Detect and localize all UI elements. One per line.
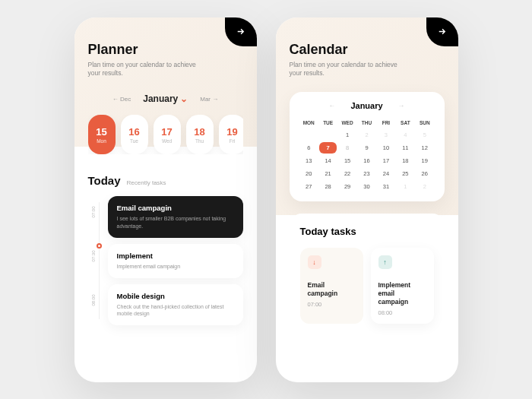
weekday-header: THU <box>358 118 375 128</box>
calendar-day[interactable]: 28 <box>319 181 337 192</box>
today-subheading: Recently tasks <box>127 179 166 186</box>
day-of-week: Thu <box>195 138 204 144</box>
weekday-header: SAT <box>397 118 414 128</box>
calendar-day[interactable]: 29 <box>338 181 356 192</box>
calendar-day[interactable]: 2 <box>416 181 433 192</box>
day-of-week: Wed <box>162 138 172 144</box>
task-title: Email campagin <box>308 281 356 298</box>
day-number: 15 <box>96 126 106 138</box>
calendar-day[interactable]: 23 <box>358 168 375 179</box>
time-label: 07:30 <box>91 246 96 266</box>
page-title: Planner <box>88 42 243 58</box>
calendar-day[interactable]: 10 <box>377 142 394 154</box>
calendar-day[interactable]: 8 <box>338 142 356 154</box>
day-of-week: Fri <box>230 138 236 144</box>
cal-month-label: January <box>350 101 382 110</box>
task-title: Mobile design <box>117 292 234 300</box>
calendar-day[interactable]: 2 <box>358 129 375 141</box>
calendar-day[interactable]: 12 <box>416 142 433 154</box>
calendar-day[interactable]: 7 <box>319 142 337 154</box>
calendar-day[interactable]: 15 <box>338 155 356 166</box>
chevron-down-icon: ⌄ <box>180 93 188 104</box>
calendar-day[interactable]: 18 <box>397 155 414 166</box>
planner-screen: Planner Plan time on your calendar to ac… <box>74 17 257 382</box>
calendar-day[interactable]: 25 <box>397 168 414 179</box>
today-tasks-panel: Today tasks ↓Email campagin07:00↑Impleme… <box>290 214 445 324</box>
day-chip[interactable]: 19Fri <box>219 115 243 154</box>
calendar-day[interactable]: 31 <box>377 181 394 192</box>
day-of-week: Tue <box>130 138 138 144</box>
page-title: Calendar <box>290 42 445 58</box>
calendar-day[interactable]: 5 <box>416 129 433 141</box>
page-subtitle: Plan time on your calendar to achieve yo… <box>88 61 210 79</box>
day-chip[interactable]: 17Wed <box>154 115 181 154</box>
calendar-day[interactable]: 13 <box>300 155 318 166</box>
day-number: 19 <box>226 126 237 138</box>
task-mini-card[interactable]: ↑Implement email campaign08:00 <box>371 248 434 324</box>
weekday-header: TUE <box>319 118 337 128</box>
cal-prev-button[interactable]: ← <box>328 102 335 109</box>
calendar-day[interactable]: 14 <box>319 155 337 166</box>
calendar-day[interactable]: 9 <box>358 142 375 154</box>
task-card[interactable]: Email campaginI see lots of smaller B2B … <box>108 196 243 238</box>
weekday-header: WED <box>338 118 356 128</box>
calendar-screen: Calendar Plan time on your calendar to a… <box>276 17 458 382</box>
time-label: 08:00 <box>91 290 96 310</box>
task-desc: I see lots of smaller B2B companies not … <box>117 215 234 230</box>
month-navigation: ← Dec January ⌄ Mar → <box>88 93 243 104</box>
day-number: 16 <box>128 126 139 138</box>
calendar-day[interactable]: 1 <box>397 181 414 192</box>
calendar-card: ← January → MONTUEWEDTHUFRISATSUN1234567… <box>290 92 445 201</box>
timeline: 07:00Email campaginI see lots of smaller… <box>88 196 243 325</box>
calendar-day[interactable]: 19 <box>416 155 433 166</box>
calendar-day[interactable] <box>300 129 318 141</box>
calendar-day[interactable]: 21 <box>319 168 337 179</box>
calendar-day[interactable]: 26 <box>416 168 433 179</box>
time-label: 07:00 <box>91 202 96 222</box>
page-subtitle: Plan time on your calendar to achieve yo… <box>290 61 411 79</box>
weekday-header: MON <box>300 118 318 128</box>
day-number: 17 <box>161 126 172 138</box>
current-month-dropdown[interactable]: January ⌄ <box>143 93 188 104</box>
calendar-day[interactable]: 24 <box>377 168 394 179</box>
arrow-up-icon: ↑ <box>378 255 392 269</box>
task-time: 08:00 <box>378 309 426 316</box>
prev-month-button[interactable]: ← Dec <box>112 96 131 103</box>
cal-next-button[interactable]: → <box>398 102 405 109</box>
task-title: Implement email campaign <box>378 281 426 306</box>
calendar-day[interactable]: 20 <box>300 168 318 179</box>
calendar-day[interactable]: 4 <box>397 129 414 141</box>
calendar-day[interactable]: 22 <box>338 168 356 179</box>
current-month-label: January <box>143 93 178 104</box>
arrow-down-icon: ↓ <box>308 255 321 269</box>
timeline-marker <box>97 243 102 249</box>
calendar-day[interactable]: 11 <box>397 142 414 154</box>
calendar-day[interactable]: 6 <box>300 142 318 154</box>
calendar-day[interactable] <box>319 129 337 141</box>
day-chip[interactable]: 15Mon <box>88 115 116 154</box>
calendar-grid: MONTUEWEDTHUFRISATSUN1234567891011121314… <box>300 118 434 192</box>
calendar-day[interactable]: 3 <box>377 129 394 141</box>
weekday-header: FRI <box>377 118 394 128</box>
calendar-day[interactable]: 16 <box>358 155 375 166</box>
task-mini-card[interactable]: ↓Email campagin07:00 <box>300 248 363 324</box>
arrow-right-icon <box>437 27 447 36</box>
weekday-header: SUN <box>416 118 433 128</box>
calendar-day[interactable]: 1 <box>338 129 356 141</box>
next-month-button[interactable]: Mar → <box>200 96 218 103</box>
task-card[interactable]: Mobile designCheck out the hand-picked c… <box>108 284 243 326</box>
task-desc: Check out the hand-picked collection of … <box>117 303 234 318</box>
day-chip[interactable]: 16Tue <box>121 115 148 154</box>
task-title: Email campagin <box>117 204 234 212</box>
task-card[interactable]: ImplementImplement email campaign <box>108 244 243 278</box>
calendar-day[interactable]: 17 <box>377 155 394 166</box>
calendar-day[interactable]: 27 <box>300 181 318 192</box>
day-chip[interactable]: 18Thu <box>186 115 214 154</box>
calendar-day[interactable]: 30 <box>358 181 375 192</box>
today-heading: Today <box>88 174 121 187</box>
task-time: 07:00 <box>308 301 356 308</box>
day-number: 18 <box>194 126 204 138</box>
task-desc: Implement email campaign <box>117 263 234 271</box>
day-strip[interactable]: 15Mon16Tue17Wed18Thu19Fri <box>88 115 243 154</box>
today-tasks-heading: Today tasks <box>300 226 434 237</box>
